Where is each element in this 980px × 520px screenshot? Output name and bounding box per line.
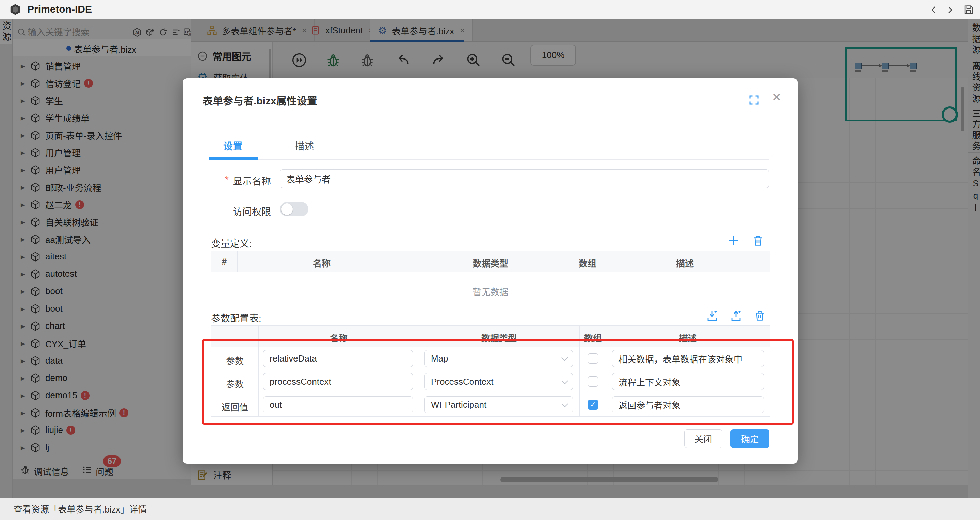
display-name-input[interactable] bbox=[280, 170, 769, 188]
param-array-checkbox[interactable] bbox=[588, 354, 598, 363]
delete-param-icon[interactable] bbox=[754, 309, 766, 322]
app-title: Primeton-IDE bbox=[27, 3, 92, 15]
params-table: 名称 数据类型 数组 描述 参数 Map 参数 ProcessContext bbox=[211, 325, 770, 417]
title-bar: Primeton-IDE bbox=[0, 0, 980, 19]
status-bar: 查看资源「表单参与者.bizx」详情 bbox=[0, 498, 980, 520]
chevron-down-icon bbox=[561, 354, 568, 361]
param-name-input[interactable] bbox=[263, 396, 413, 413]
app-logo-icon bbox=[9, 3, 22, 16]
empty-table-text: 暂无数据 bbox=[212, 285, 770, 298]
access-permission-toggle[interactable] bbox=[280, 202, 309, 216]
param-desc-input[interactable] bbox=[612, 350, 764, 367]
dialog-tab-description[interactable]: 描述 bbox=[295, 139, 314, 152]
param-type-select[interactable]: WFParticipant bbox=[425, 396, 573, 413]
close-dialog-icon[interactable]: × bbox=[772, 89, 781, 105]
variables-section-label: 变量定义: bbox=[211, 236, 252, 250]
delete-variable-icon[interactable] bbox=[752, 234, 764, 247]
dialog-tab-settings[interactable]: 设置 bbox=[223, 139, 242, 152]
required-asterisk: * bbox=[225, 174, 229, 185]
nav-forward-icon[interactable] bbox=[945, 5, 955, 15]
param-name-input[interactable] bbox=[263, 373, 413, 390]
add-variable-icon[interactable] bbox=[727, 234, 740, 247]
export-params-icon[interactable] bbox=[730, 309, 742, 322]
confirm-button[interactable]: 确定 bbox=[730, 429, 769, 448]
param-kind: 参数 bbox=[212, 354, 258, 366]
import-params-icon[interactable] bbox=[706, 309, 718, 322]
param-desc-input[interactable] bbox=[612, 396, 764, 413]
access-permission-label: 访问权限 bbox=[233, 205, 271, 218]
status-text: 查看资源「表单参与者.bizx」详情 bbox=[14, 502, 147, 515]
dialog-title: 表单参与者.bizx属性设置 bbox=[202, 92, 317, 108]
params-section-label: 参数配置表: bbox=[211, 311, 261, 325]
close-button[interactable]: 关闭 bbox=[684, 429, 722, 448]
fullscreen-icon[interactable] bbox=[748, 94, 760, 106]
variables-table: # 名称 数据类型 数组 描述 暂无数据 bbox=[211, 250, 770, 308]
param-array-checkbox[interactable] bbox=[588, 376, 598, 387]
display-name-label: 显示名称 bbox=[233, 174, 271, 187]
save-icon[interactable] bbox=[963, 4, 974, 16]
param-desc-input[interactable] bbox=[612, 373, 764, 390]
param-kind: 返回值 bbox=[212, 400, 258, 413]
chevron-down-icon bbox=[561, 377, 568, 384]
param-type-select[interactable]: Map bbox=[425, 350, 573, 367]
chevron-down-icon bbox=[561, 401, 568, 407]
param-name-input[interactable] bbox=[263, 350, 413, 367]
nav-back-icon[interactable] bbox=[929, 5, 939, 15]
param-array-checkbox[interactable]: ✓ bbox=[588, 400, 598, 410]
param-kind: 参数 bbox=[212, 377, 258, 390]
active-dialog-tab-underline bbox=[209, 157, 258, 160]
properties-dialog: 表单参与者.bizx属性设置 × 设置 描述 * 显示名称 访问权限 变量定义:… bbox=[183, 78, 797, 463]
param-type-select[interactable]: ProcessContext bbox=[425, 373, 573, 390]
app-window: Primeton-IDE 资源 表单参与者.bizx ▸销售管理▸信访登记!▸学… bbox=[0, 0, 980, 520]
